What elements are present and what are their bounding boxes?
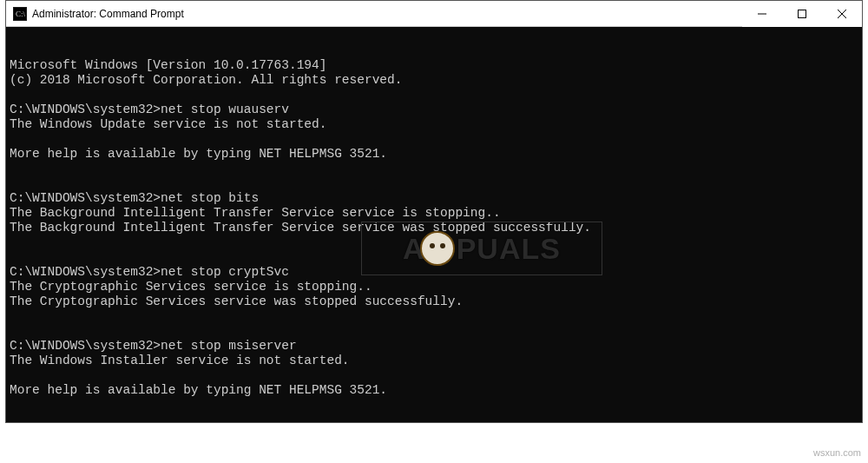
terminal-line: The Background Intelligent Transfer Serv… (10, 221, 858, 235)
command-prompt-window: C:\ Administrator: Command Prompt Micros… (5, 0, 863, 423)
maximize-button[interactable] (782, 1, 822, 27)
terminal-line (10, 413, 858, 422)
minimize-button[interactable] (742, 1, 782, 27)
svg-text:C:\: C:\ (16, 10, 26, 18)
window-title: Administrator: Command Prompt (32, 8, 184, 20)
window-controls (742, 1, 862, 26)
terminal-line (10, 368, 858, 383)
terminal-line: The Windows Update service is not starte… (10, 117, 858, 132)
terminal-line (10, 235, 858, 250)
close-button[interactable] (822, 1, 862, 27)
terminal-line: C:\WINDOWS\system32>net stop msiserver (10, 339, 858, 354)
terminal-line (10, 398, 858, 413)
titlebar[interactable]: C:\ Administrator: Command Prompt (6, 1, 862, 27)
terminal-line: More help is available by typing NET HEL… (10, 383, 858, 398)
terminal-line: (c) 2018 Microsoft Corporation. All righ… (10, 73, 858, 88)
terminal-line (10, 132, 858, 147)
terminal-line: The Cryptographic Services service is st… (10, 280, 858, 294)
terminal-line: The Cryptographic Services service was s… (10, 294, 858, 309)
terminal-line (10, 309, 858, 324)
terminal-line (10, 324, 858, 339)
terminal-line: More help is available by typing NET HEL… (10, 147, 858, 162)
terminal-line (10, 176, 858, 191)
terminal-line: Microsoft Windows [Version 10.0.17763.19… (10, 58, 858, 73)
terminal-line: The Windows Installer service is not sta… (10, 354, 858, 368)
terminal-line: C:\WINDOWS\system32>net stop cryptSvc (10, 265, 858, 280)
terminal-output[interactable]: Microsoft Windows [Version 10.0.17763.19… (6, 27, 862, 422)
source-watermark: wsxun.com (813, 447, 861, 458)
svg-rect-4 (799, 10, 806, 18)
terminal-line: The Background Intelligent Transfer Serv… (10, 206, 858, 221)
terminal-line (10, 162, 858, 176)
terminal-line: C:\WINDOWS\system32>net stop wuauserv (10, 103, 858, 117)
terminal-line: C:\WINDOWS\system32>net stop bits (10, 191, 858, 206)
terminal-line (10, 88, 858, 103)
cmd-icon: C:\ (13, 7, 27, 21)
terminal-line (10, 250, 858, 265)
